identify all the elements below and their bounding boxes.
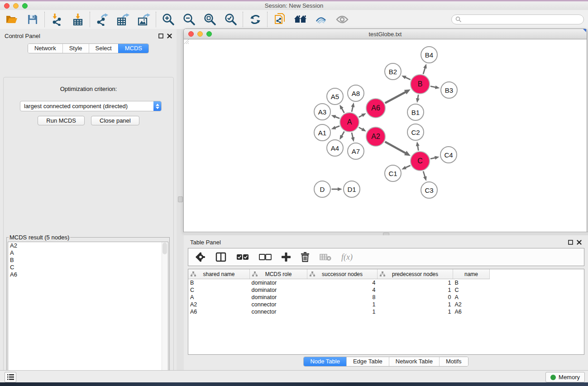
- table-cell[interactable]: 1: [378, 308, 453, 315]
- graph-node-B[interactable]: B: [410, 74, 430, 94]
- graph-node-C[interactable]: C: [410, 151, 430, 171]
- graph-node-A2[interactable]: A2: [366, 127, 386, 147]
- zoom-fit-icon[interactable]: [203, 12, 217, 27]
- vertical-split-divider[interactable]: [177, 29, 184, 370]
- graph-node-A8[interactable]: A8: [347, 85, 364, 102]
- copy-network-view-icon[interactable]: [272, 12, 287, 27]
- graph-node-B1[interactable]: B1: [407, 104, 424, 121]
- table-row[interactable]: A2connector11A2: [188, 301, 490, 308]
- table-cell[interactable]: 1: [378, 279, 453, 287]
- graph-node-B2[interactable]: B2: [384, 63, 402, 80]
- graph-node-A5[interactable]: A5: [326, 88, 344, 105]
- close-panel-icon[interactable]: [167, 33, 172, 38]
- window-titlebar[interactable]: Session: New Session: [0, 1, 588, 10]
- delete-column-icon[interactable]: [301, 252, 310, 262]
- network-zoom-button[interactable]: [206, 31, 212, 37]
- graph-node-C2[interactable]: C2: [407, 124, 424, 141]
- graph-node-A4[interactable]: A4: [326, 139, 344, 157]
- table-cell[interactable]: A2: [188, 301, 250, 308]
- table-cell[interactable]: A6: [188, 308, 250, 315]
- add-column-icon[interactable]: [282, 253, 291, 262]
- vertical-split-grip[interactable]: [178, 196, 183, 202]
- export-table-icon[interactable]: [116, 12, 130, 27]
- import-table-icon[interactable]: [71, 12, 85, 27]
- table-cell[interactable]: B: [188, 279, 250, 287]
- table-cell[interactable]: 1: [307, 301, 378, 308]
- float-panel-icon[interactable]: [158, 33, 163, 38]
- network-window-titlebar[interactable]: testGlobe.txt: [184, 29, 587, 39]
- close-table-panel-icon[interactable]: [577, 240, 582, 245]
- table-row[interactable]: Bdominator41B: [188, 279, 490, 287]
- tab-style[interactable]: Style: [62, 44, 89, 53]
- table-cell[interactable]: A2: [453, 301, 490, 308]
- criterion-dropdown[interactable]: largest connected component (directed): [20, 101, 162, 111]
- column-header-shared-name[interactable]: shared name: [188, 269, 250, 279]
- table-row[interactable]: A6connector11A6: [188, 308, 490, 315]
- table-cell[interactable]: 8: [307, 294, 378, 301]
- graph-node-A3[interactable]: A3: [314, 103, 331, 120]
- table-cell[interactable]: A: [188, 294, 250, 301]
- table-cell[interactable]: B: [453, 279, 490, 287]
- open-file-icon[interactable]: [5, 12, 19, 27]
- table-cell[interactable]: A: [453, 294, 490, 301]
- graph-node-C3[interactable]: C3: [421, 181, 438, 199]
- birds-eye-view-icon[interactable]: [314, 12, 329, 27]
- table-cell[interactable]: 0: [378, 294, 453, 301]
- select-all-checkboxes-icon[interactable]: [236, 254, 249, 260]
- refresh-icon[interactable]: [248, 12, 263, 27]
- column-header-successor-nodes[interactable]: successor nodes: [307, 269, 378, 279]
- graph-node-C4[interactable]: C4: [440, 146, 457, 163]
- resize-grip-icon[interactable]: [184, 39, 189, 44]
- show-column-icon[interactable]: [215, 252, 226, 262]
- column-header-MCDS-role[interactable]: MCDS role: [250, 269, 307, 279]
- mcds-result-item[interactable]: A: [8, 249, 168, 257]
- close-panel-button[interactable]: Close panel: [91, 116, 139, 125]
- tab-select[interactable]: Select: [89, 44, 118, 53]
- graph-node-D[interactable]: D: [314, 181, 331, 198]
- export-image-icon[interactable]: [137, 12, 151, 27]
- deselect-all-checkboxes-icon[interactable]: [259, 254, 272, 260]
- table-cell[interactable]: 1: [378, 286, 453, 294]
- table-options-icon[interactable]: [196, 252, 206, 262]
- search-input[interactable]: [462, 16, 577, 23]
- graph-node-D1[interactable]: D1: [343, 181, 360, 198]
- table-cell[interactable]: dominator: [250, 286, 307, 294]
- zoom-selected-icon[interactable]: [224, 12, 238, 27]
- tab-network-table[interactable]: Network Table: [389, 357, 439, 366]
- mcds-result-item[interactable]: C: [8, 264, 168, 271]
- table-cell[interactable]: A6: [453, 308, 490, 315]
- table-cell[interactable]: connector: [250, 308, 307, 315]
- close-window-button[interactable]: [4, 3, 10, 9]
- table-row[interactable]: Adominator80A: [188, 294, 490, 301]
- network-close-button[interactable]: [188, 31, 194, 37]
- search-field[interactable]: [451, 14, 584, 24]
- table-cell[interactable]: dominator: [250, 294, 307, 301]
- import-network-icon[interactable]: [50, 12, 64, 27]
- task-history-button[interactable]: [5, 372, 16, 382]
- export-network-icon[interactable]: [95, 12, 110, 27]
- table-cell[interactable]: 4: [307, 279, 378, 287]
- mcds-result-item[interactable]: A2: [8, 242, 168, 249]
- table-row[interactable]: Cdominator41C: [188, 286, 490, 294]
- graph-node-A1[interactable]: A1: [314, 124, 331, 141]
- float-table-panel-icon[interactable]: [568, 240, 573, 245]
- graph-node-A6[interactable]: A6: [366, 98, 386, 118]
- table-cell[interactable]: dominator: [250, 279, 307, 287]
- column-header-predecessor-nodes[interactable]: predecessor nodes: [378, 269, 453, 279]
- column-header-name[interactable]: name: [453, 269, 490, 279]
- tab-node-table[interactable]: Node Table: [304, 357, 346, 366]
- network-minimize-button[interactable]: [197, 31, 203, 37]
- graph-node-C1[interactable]: C1: [384, 165, 402, 182]
- tab-motifs[interactable]: Motifs: [439, 357, 468, 366]
- mcds-result-list[interactable]: A2ABCA6: [8, 242, 168, 386]
- zoom-out-icon[interactable]: [182, 12, 196, 27]
- home-icon[interactable]: [293, 12, 308, 27]
- tab-mcds[interactable]: MCDS: [118, 44, 148, 53]
- graph-node-A[interactable]: A: [339, 112, 359, 132]
- tab-edge-table[interactable]: Edge Table: [346, 357, 389, 366]
- show-hide-icon[interactable]: [335, 12, 349, 27]
- mcds-result-item[interactable]: B: [8, 257, 168, 264]
- graph-node-B3[interactable]: B3: [440, 81, 458, 99]
- table-cell[interactable]: 1: [378, 301, 453, 308]
- table-cell[interactable]: 1: [307, 308, 378, 315]
